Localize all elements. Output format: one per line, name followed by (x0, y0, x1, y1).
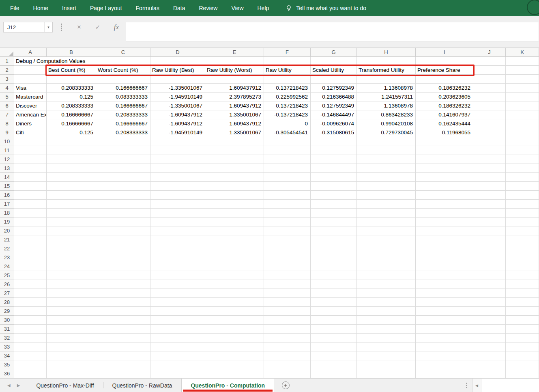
column-header-F[interactable]: F (264, 48, 311, 57)
cell-C34[interactable] (96, 351, 150, 360)
cell-C7[interactable]: 0.208333333 (96, 110, 150, 119)
cell-D18[interactable] (150, 209, 205, 218)
cell-F32[interactable] (264, 334, 311, 342)
cell-I22[interactable] (416, 244, 473, 253)
cell-I4[interactable]: 0.186326232 (416, 84, 473, 93)
cell-H1[interactable] (357, 57, 416, 66)
cell-H2[interactable]: Transformed Utility (357, 66, 416, 75)
cell-B18[interactable] (47, 209, 96, 218)
cell-G36[interactable] (311, 369, 357, 378)
cell-H34[interactable] (357, 351, 416, 360)
cell-A15[interactable] (14, 182, 47, 191)
cell-F7[interactable]: -0.137218423 (264, 110, 311, 119)
column-header-H[interactable]: H (357, 48, 416, 57)
cell-F9[interactable]: -0.305454541 (264, 128, 311, 137)
cell-F26[interactable] (264, 280, 311, 289)
cell-H20[interactable] (357, 226, 416, 235)
cell-A7[interactable]: American Express (14, 110, 47, 119)
cell-B30[interactable] (47, 316, 96, 325)
name-box[interactable]: J12 ▾ (3, 22, 53, 32)
row-header-7[interactable]: 7 (0, 110, 14, 119)
cell-D24[interactable] (150, 262, 205, 271)
row-header-19[interactable]: 19 (0, 218, 14, 226)
cell-B20[interactable] (47, 226, 96, 235)
cell-H32[interactable] (357, 334, 416, 342)
cell-A9[interactable]: Citi (14, 128, 47, 137)
cell-I36[interactable] (416, 369, 473, 378)
cell-K20[interactable] (506, 226, 539, 235)
cell-J8[interactable] (473, 119, 506, 128)
cell-B35[interactable] (47, 360, 96, 369)
cell-J17[interactable] (473, 200, 506, 209)
cell-A6[interactable]: Discover (14, 101, 47, 110)
cell-B24[interactable] (47, 262, 96, 271)
cell-E13[interactable] (205, 164, 264, 173)
cell-K27[interactable] (506, 289, 539, 298)
cell-K36[interactable] (506, 369, 539, 378)
cell-C25[interactable] (96, 271, 150, 280)
cell-D6[interactable]: -1.335001067 (150, 101, 205, 110)
cell-K6[interactable] (506, 101, 539, 110)
cell-F29[interactable] (264, 307, 311, 316)
cell-C27[interactable] (96, 289, 150, 298)
row-header-20[interactable]: 20 (0, 226, 14, 235)
cell-E20[interactable] (205, 226, 264, 235)
cell-G2[interactable]: Scaled Utility (311, 66, 357, 75)
column-header-A[interactable]: A (14, 48, 47, 57)
cell-H13[interactable] (357, 164, 416, 173)
cell-E18[interactable] (205, 209, 264, 218)
menu-view[interactable]: View (224, 0, 250, 16)
insert-function-icon[interactable]: fx (107, 23, 126, 31)
cell-A5[interactable]: Mastercard (14, 93, 47, 101)
row-header-32[interactable]: 32 (0, 334, 14, 342)
cell-C36[interactable] (96, 369, 150, 378)
cell-G12[interactable] (311, 155, 357, 164)
cell-B7[interactable]: 0.166666667 (47, 110, 96, 119)
cell-F31[interactable] (264, 325, 311, 334)
row-header-10[interactable]: 10 (0, 137, 14, 146)
cell-K11[interactable] (506, 146, 539, 155)
cell-A35[interactable] (14, 360, 47, 369)
cell-I33[interactable] (416, 342, 473, 351)
cell-H18[interactable] (357, 209, 416, 218)
cell-B6[interactable]: 0.208333333 (47, 101, 96, 110)
cell-J32[interactable] (473, 334, 506, 342)
cell-D17[interactable] (150, 200, 205, 209)
cell-C30[interactable] (96, 316, 150, 325)
cell-D33[interactable] (150, 342, 205, 351)
cell-B3[interactable] (47, 75, 96, 84)
cell-I15[interactable] (416, 182, 473, 191)
cell-H11[interactable] (357, 146, 416, 155)
cell-E14[interactable] (205, 173, 264, 182)
cell-C9[interactable]: 0.208333333 (96, 128, 150, 137)
cell-F3[interactable] (264, 75, 311, 84)
row-header-28[interactable]: 28 (0, 298, 14, 307)
cell-K14[interactable] (506, 173, 539, 182)
row-header-25[interactable]: 25 (0, 271, 14, 280)
cell-J22[interactable] (473, 244, 506, 253)
cell-A27[interactable] (14, 289, 47, 298)
cell-J12[interactable] (473, 155, 506, 164)
cell-C29[interactable] (96, 307, 150, 316)
cell-F15[interactable] (264, 182, 311, 191)
cell-A11[interactable] (14, 146, 47, 155)
column-header-I[interactable]: I (416, 48, 473, 57)
cell-C1[interactable] (96, 57, 150, 66)
cell-J21[interactable] (473, 235, 506, 244)
row-header-17[interactable]: 17 (0, 200, 14, 209)
cell-G22[interactable] (311, 244, 357, 253)
cell-A16[interactable] (14, 191, 47, 200)
tell-me-box[interactable]: Tell me what you want to do (286, 5, 366, 11)
cell-A18[interactable] (14, 209, 47, 218)
cell-A21[interactable] (14, 235, 47, 244)
sheet-tab-rawdata[interactable]: QuestionPro - RawData (103, 379, 181, 392)
cell-G29[interactable] (311, 307, 357, 316)
cell-B4[interactable]: 0.208333333 (47, 84, 96, 93)
cell-K7[interactable] (506, 110, 539, 119)
cell-I7[interactable]: 0.141607937 (416, 110, 473, 119)
cell-B31[interactable] (47, 325, 96, 334)
cell-E5[interactable]: 2.397895273 (205, 93, 264, 101)
cell-I28[interactable] (416, 298, 473, 307)
cell-C33[interactable] (96, 342, 150, 351)
cell-F4[interactable]: 0.137218423 (264, 84, 311, 93)
